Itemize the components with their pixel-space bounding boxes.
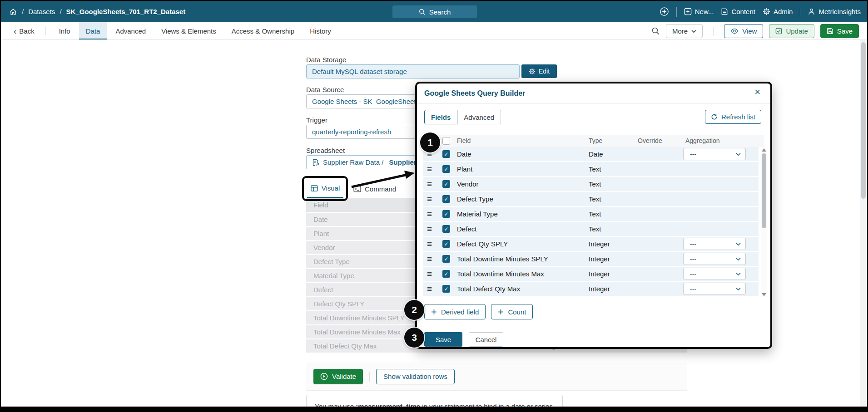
user-icon (808, 8, 815, 15)
content-menu[interactable]: Content (721, 8, 755, 15)
save-icon (827, 28, 833, 34)
dataset-tabs: ‹ Back Info Data Advanced Views & Elemen… (2, 22, 338, 39)
more-label: More (672, 27, 688, 35)
field-type: Integer (589, 240, 610, 248)
close-icon[interactable]: × (754, 87, 760, 97)
scroll-down-icon[interactable] (762, 293, 766, 296)
field-name: Total Downtime Minutes SPLY (457, 255, 548, 263)
tab-access-ownership[interactable]: Access & Ownership (225, 22, 301, 39)
modal-cancel-button[interactable]: Cancel (469, 332, 503, 347)
field-type: Text (589, 180, 601, 188)
field-checkbox-checked[interactable]: ✓ (442, 165, 450, 173)
tab-data[interactable]: Data (79, 22, 107, 39)
field-type: Text (589, 210, 601, 218)
breadcrumb-separator: / (60, 8, 61, 15)
column-header-aggregation: Aggregation (685, 137, 720, 144)
view-button[interactable]: View (724, 24, 763, 38)
background-field-name: Vendor (313, 244, 335, 251)
aggregation-select[interactable]: --- (683, 283, 746, 295)
field-checkbox-checked[interactable]: ✓ (442, 270, 450, 278)
user-menu[interactable]: MetricInsights (808, 8, 861, 15)
toolbar-divider (713, 27, 714, 36)
spreadsheet-label: Spreadsheet (306, 147, 345, 154)
validate-button[interactable]: Validate (313, 369, 363, 384)
new-menu[interactable]: New... (684, 8, 714, 15)
dataset-toolbar: ‹ Back Info Data Advanced Views & Elemen… (2, 22, 866, 40)
modal-title: Google Sheets Query Builder (424, 89, 525, 98)
chevron-down-icon (736, 152, 741, 156)
tab-fields[interactable]: Fields (424, 110, 457, 124)
derived-field-button[interactable]: Derived field (424, 304, 486, 319)
tab-command-label: Command (365, 185, 396, 193)
trigger-label: Trigger (306, 116, 327, 124)
modal-save-button[interactable]: Save (424, 332, 462, 347)
field-checkbox-checked[interactable]: ✓ (442, 225, 450, 233)
tab-advanced[interactable]: Advanced (457, 110, 501, 124)
show-validation-rows-button[interactable]: Show validation rows (376, 369, 455, 384)
field-checkbox-checked[interactable]: ✓ (442, 195, 450, 203)
gear-icon (763, 8, 770, 15)
count-button[interactable]: Count (491, 304, 533, 319)
edit-storage-button[interactable]: Edit (521, 64, 557, 78)
modal-tabs: Fields Advanced (424, 110, 501, 124)
aggregation-select[interactable]: --- (683, 148, 746, 160)
field-checkbox-checked[interactable]: ✓ (442, 240, 450, 248)
home-icon[interactable] (9, 8, 17, 16)
tab-history[interactable]: History (303, 22, 338, 39)
field-row: ≡✓Defect TypeText (423, 192, 759, 206)
chevron-down-icon (736, 257, 741, 261)
data-storage-input[interactable]: Default MySQL dataset storage (306, 64, 520, 78)
edit-storage-label: Edit (539, 68, 550, 75)
field-name: Defect Type (457, 195, 493, 203)
tab-command[interactable]: Command (353, 179, 396, 198)
tab-advanced[interactable]: Advanced (109, 22, 153, 39)
aggregation-value: --- (690, 240, 696, 248)
field-row: ≡✓VendorText (423, 177, 759, 191)
assistant-icon[interactable] (660, 7, 669, 16)
page-scrollbar-thumb[interactable] (861, 42, 866, 199)
search-icon[interactable] (651, 27, 660, 35)
modal-scrollbar-thumb[interactable] (762, 153, 766, 228)
tab-views-elements[interactable]: Views & Elements (154, 22, 223, 39)
user-menu-label: MetricInsights (818, 8, 861, 15)
tab-info[interactable]: Info (52, 22, 77, 39)
navbar-divider (800, 7, 800, 17)
scroll-up-icon[interactable] (762, 148, 766, 152)
app-window: / Datasets / SK_GoogleSheets_701_RT2_Dat… (0, 0, 868, 412)
page-scrollbar[interactable] (860, 40, 866, 407)
aggregation-value: --- (690, 270, 696, 278)
tab-visual[interactable]: Visual (307, 179, 343, 198)
admin-menu[interactable]: Admin (763, 8, 793, 15)
aggregation-select[interactable]: --- (683, 268, 746, 280)
field-checkbox-checked[interactable]: ✓ (442, 180, 450, 188)
field-row: ≡✓Total Downtime Minutes SPLYInteger--- (423, 252, 759, 266)
aggregation-select[interactable]: --- (683, 238, 746, 250)
field-name: Vendor (457, 180, 479, 188)
field-checkbox-checked[interactable]: ✓ (442, 255, 450, 263)
spreadsheet-icon (312, 159, 319, 166)
refresh-list-button[interactable]: Refresh list (705, 110, 761, 124)
field-type: Text (589, 165, 601, 173)
aggregation-select[interactable]: --- (683, 253, 746, 265)
field-checkbox-checked[interactable]: ✓ (442, 285, 450, 293)
modal-scrollbar[interactable] (761, 148, 767, 297)
global-search-label: Search (429, 8, 451, 16)
background-field-name: Defect (313, 286, 333, 294)
field-checkbox-checked[interactable]: ✓ (442, 210, 450, 218)
more-button[interactable]: More (666, 24, 703, 38)
modal-table-header: Field Type Override Aggregation (423, 135, 764, 147)
update-button[interactable]: Update (769, 24, 814, 38)
back-button[interactable]: ‹ Back (14, 27, 35, 35)
field-name: Plant (457, 165, 472, 173)
modal-actions: Derived field Count (424, 304, 533, 319)
breadcrumb-datasets[interactable]: Datasets (28, 8, 55, 15)
background-field-name: Defect Type (313, 258, 350, 265)
field-row: ≡✓DefectText (423, 222, 759, 236)
breadcrumb-dataset-name: SK_GoogleSheets_701_RT2_Dataset (66, 8, 186, 15)
back-label: Back (19, 27, 34, 35)
field-checkbox-checked[interactable]: ✓ (442, 150, 450, 158)
toolbar-divider (45, 26, 46, 35)
select-all-checkbox[interactable] (442, 137, 450, 145)
save-button[interactable]: Save (820, 24, 859, 38)
global-search[interactable]: Search (392, 5, 477, 18)
